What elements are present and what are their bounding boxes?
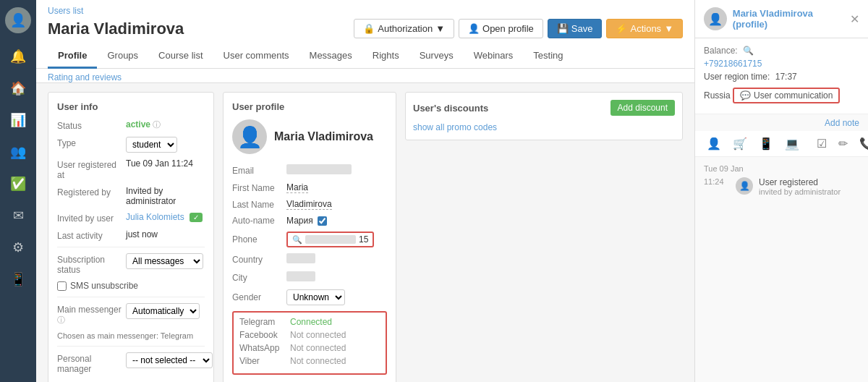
sub-tab-rating[interactable]: Rating and reviews [48, 72, 122, 82]
tab-course-list[interactable]: Course list [148, 44, 213, 69]
registered-by-row: Registered by Invited by administrator [57, 186, 205, 206]
messenger-row: Main messenger ⓘ Automatically Telegram … [57, 303, 205, 326]
sidebar-icon-chart[interactable]: 📊 [0, 104, 36, 136]
region-time-row: User region time: 17:37 [704, 72, 859, 82]
person-icon: 👤 [468, 23, 480, 34]
first-name-value: Maria [286, 182, 308, 193]
chat-icon: 💬 [740, 90, 751, 101]
sidebar-icon-mail[interactable]: ✉ [0, 200, 36, 232]
rs-event-sub: invited by administrator [759, 187, 841, 196]
add-discount-button[interactable]: Add discount [610, 100, 675, 116]
messenger-select[interactable]: Automatically Telegram WhatsApp Viber [126, 303, 200, 319]
rs-event-avatar: 👤 [736, 177, 753, 195]
user-profile-panel: User profile 👤 Maria Vladimirova Email F… [223, 92, 396, 382]
add-note-link[interactable]: Add note [825, 118, 859, 128]
sms-unsubscribe-checkbox[interactable] [57, 281, 67, 291]
open-profile-button[interactable]: 👤 Open profile [459, 19, 543, 38]
country-blur [286, 253, 315, 263]
city-row: City [232, 271, 387, 284]
tablet-icon-rs[interactable]: 💻 [782, 135, 802, 152]
person-icon-rs[interactable]: 👤 [704, 135, 724, 152]
promo-link[interactable]: show all promo codes [413, 122, 497, 132]
edit-icon-rs[interactable]: ✏ [835, 135, 851, 152]
tab-rights[interactable]: Rights [362, 44, 409, 69]
email-label: Email [232, 166, 286, 176]
viber-label: Viber [239, 356, 290, 366]
rs-title[interactable]: Maria Vladimirova (profile) [733, 8, 850, 30]
invited-user-link[interactable]: Julia Kolomiets [126, 212, 184, 222]
sidebar-icon-check[interactable]: ✅ [0, 168, 36, 200]
rs-event-time: 11:24 [704, 177, 730, 186]
rs-phone[interactable]: +79218661715 [704, 59, 762, 69]
messenger-box: Telegram Connected Facebook Not connecte… [232, 311, 387, 375]
phone-highlight: 🔍 15 [286, 232, 374, 247]
rs-header: 👤 Maria Vladimirova (profile) ✕ [695, 0, 868, 38]
authorization-button[interactable]: 🔒 Authorization ▼ [354, 19, 454, 38]
sidebar-icon-bell[interactable]: 🔔 [0, 41, 36, 72]
personal-manager-select[interactable]: -- not selected -- [126, 352, 213, 368]
discounts-panel: User's discounts Add discount show all p… [405, 92, 683, 382]
phone-row: Phone 🔍 15 [232, 232, 387, 247]
gender-select[interactable]: Unknown Male Female [286, 289, 345, 305]
cart-icon-rs[interactable]: 🛒 [730, 135, 750, 152]
user-info-panel: User info Status active ⓘ Type student t… [48, 92, 214, 382]
registered-label: User registered at [57, 158, 126, 180]
sidebar-icon-home[interactable]: 🏠 [0, 72, 36, 104]
auto-name-label: Auto-name [232, 216, 286, 226]
close-icon[interactable]: ✕ [850, 12, 859, 26]
mobile-icon-rs[interactable]: 📱 [756, 135, 776, 152]
actions-button[interactable]: ⚡ Actions ▼ [606, 19, 683, 38]
facebook-value: Not connected [290, 330, 346, 340]
lightning-icon: ⚡ [616, 23, 627, 34]
sidebar: 👤 🔔 🏠 📊 👥 ✅ ✉ ⚙ 📱 [0, 0, 36, 382]
messenger-value: Automatically Telegram WhatsApp Viber [126, 303, 205, 319]
invited-row: Invited by user Julia Kolomiets ✓ [57, 212, 205, 224]
auto-name-checkbox[interactable] [318, 216, 327, 226]
rs-icons-row: 👤 🛒 📱 💻 ☑ ✏ 📞 [695, 131, 868, 157]
phone-icon-rs[interactable]: 📞 [856, 135, 868, 152]
country-label: Country [232, 255, 286, 265]
tab-profile[interactable]: Profile [48, 44, 97, 69]
registered-by-value: Invited by administrator [126, 186, 205, 206]
user-communication-button[interactable]: 💬 User communication [733, 88, 840, 103]
tab-messages[interactable]: Messages [299, 44, 362, 69]
sms-unsubscribe-label: SMS unsubscribe [70, 281, 138, 291]
rs-event-text: User registered [759, 177, 841, 187]
sms-unsubscribe-row: SMS unsubscribe [57, 281, 205, 291]
topbar-actions: 🔒 Authorization ▼ 👤 Open profile 💾 Save … [354, 19, 683, 38]
tab-testing[interactable]: Testing [523, 44, 573, 69]
country-value [286, 253, 315, 266]
registered-by-label: Registered by [57, 186, 126, 198]
sidebar-icon-gear[interactable]: ⚙ [0, 232, 36, 263]
breadcrumb[interactable]: Users list [48, 6, 683, 16]
discounts-header: User's discounts Add discount [413, 100, 675, 116]
personal-manager-row: Personal manager -- not selected -- [57, 352, 205, 374]
last-name-label: Last Name [232, 200, 286, 210]
phone-blur [305, 235, 356, 244]
search-icon-balance: 🔍 [743, 46, 754, 56]
sidebar-icon-mobile[interactable]: 📱 [0, 263, 36, 295]
tab-webinars[interactable]: Webinars [464, 44, 524, 69]
telegram-label: Telegram [239, 317, 290, 327]
email-blur [286, 164, 352, 174]
tab-groups[interactable]: Groups [97, 44, 148, 69]
viber-value: Not connected [290, 356, 346, 366]
check-square-icon-rs[interactable]: ☑ [814, 135, 830, 152]
balance-row: Balance: 🔍 [704, 46, 859, 56]
invited-label: Invited by user [57, 212, 126, 224]
phone-value: 🔍 15 [286, 232, 374, 247]
info-icon: ⓘ [153, 120, 161, 129]
content-area: User info Status active ⓘ Type student t… [36, 83, 694, 382]
registered-value: Tue 09 Jan 11:24 [126, 158, 205, 169]
save-button[interactable]: 💾 Save [548, 19, 603, 38]
subscription-row: Subscription status All messages Importa… [57, 253, 205, 275]
subscription-select[interactable]: All messages Important only None [126, 253, 203, 269]
sidebar-icon-users[interactable]: 👥 [0, 136, 36, 168]
chevron-down-icon-2: ▼ [664, 23, 673, 34]
rs-timeline: Tue 09 Jan 11:24 👤 User registered invit… [695, 157, 868, 209]
phone-label: Phone [232, 234, 286, 245]
last-activity-label: Last activity [57, 229, 126, 241]
tab-surveys[interactable]: Surveys [409, 44, 464, 69]
tab-user-comments[interactable]: User comments [213, 44, 299, 69]
type-select[interactable]: student teacher admin [126, 137, 177, 153]
